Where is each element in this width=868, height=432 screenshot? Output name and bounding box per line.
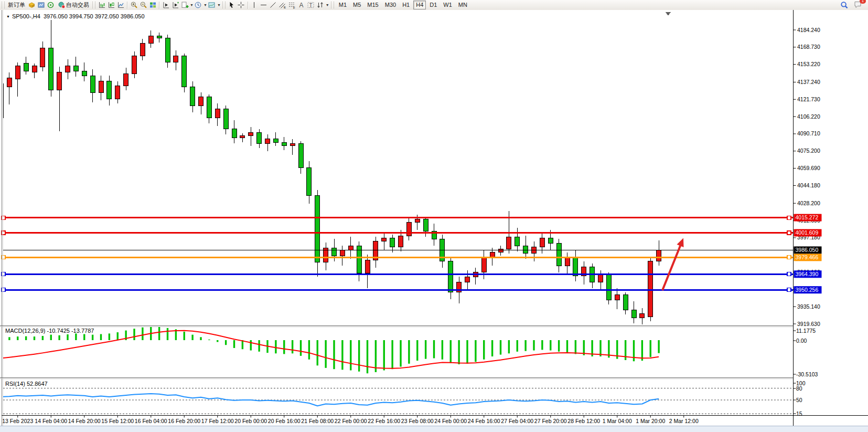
search-icon[interactable] [840,1,849,9]
toolbar: 新订单 自动交易 ▼ ▼ ▼ E F A T ▼ M1M5M15M30H1H4D… [0,0,868,10]
svg-text:27 Feb 04:00: 27 Feb 04:00 [501,418,533,424]
templates-icon[interactable] [208,1,216,9]
svg-text:0.00: 0.00 [796,338,807,344]
svg-text:4137.240: 4137.240 [797,79,820,85]
timeframe-button-M15[interactable]: M15 [365,1,381,9]
period-clock-icon[interactable] [194,1,202,9]
toolbar-separator [159,2,159,9]
text-tool-icon[interactable]: A [297,1,306,9]
svg-text:4090.710: 4090.710 [797,130,820,136]
equidistant-channel-tool-icon[interactable]: E [278,1,287,9]
svg-text:4059.690: 4059.690 [797,165,820,171]
price-tag-4015.272: 4015.272 [796,214,819,220]
svg-text:24 Feb 16:00: 24 Feb 16:00 [468,418,500,424]
svg-text:16 Feb 20:00: 16 Feb 20:00 [168,418,200,424]
text-label-tool-icon[interactable]: T [307,1,315,9]
horizontal-line-tool-icon[interactable] [260,1,268,9]
svg-text:15: 15 [796,410,802,417]
price-tag-3986.050: 3986.050 [796,247,819,253]
notification-badge: 1 [860,0,866,4]
toolbar-gripper[interactable] [2,2,5,8]
toolbar-right: 1 [840,1,868,9]
price-tag-3964.390: 3964.390 [796,271,819,277]
svg-text:4028.200: 4028.200 [797,200,820,206]
timeframe-button-MN[interactable]: MN [456,1,470,9]
zoom-out-icon[interactable] [139,1,147,9]
svg-text:F: F [293,6,295,9]
svg-text:3919.630: 3919.630 [797,321,820,327]
add-chart-caret-icon[interactable]: ▼ [190,3,194,7]
toolbar-gripper[interactable] [222,2,226,8]
svg-text:27 Feb 20:00: 27 Feb 20:00 [534,418,567,424]
arrows-caret-icon[interactable]: ▼ [326,3,329,7]
arrows-tool-icon[interactable] [316,1,325,9]
toolbar-gripper[interactable] [331,2,334,8]
svg-text:4184.240: 4184.240 [797,27,820,33]
new-order-label: 新订单 [8,1,25,9]
price-tag-3979.466: 3979.466 [796,254,819,260]
svg-text:28 Feb 12:00: 28 Feb 12:00 [567,418,600,424]
signals-icon[interactable] [46,1,55,9]
cursor-icon[interactable] [228,1,236,9]
svg-text:20 Feb 00:00: 20 Feb 00:00 [234,418,267,424]
svg-text:11.1775: 11.1775 [796,328,816,334]
svg-text:4106.220: 4106.220 [797,113,820,120]
mt4-terminal: { "toolbar": { "new_order_label": "新订单",… [0,0,868,432]
svg-text:16 Feb 04:00: 16 Feb 04:00 [135,418,167,424]
trendline-tool-icon[interactable] [269,1,277,9]
accounts-box-icon[interactable] [27,1,36,9]
auto-arrange-icon[interactable] [162,1,170,9]
svg-text:22 Feb 00:00: 22 Feb 00:00 [335,418,367,424]
bar-chart-type-icon[interactable] [98,1,106,9]
add-chart-icon[interactable] [180,1,189,9]
svg-text:20 Feb 16:00: 20 Feb 16:00 [268,418,301,424]
svg-text:22 Feb 16:00: 22 Feb 16:00 [368,418,400,424]
svg-text:17 Feb 12:00: 17 Feb 12:00 [201,418,234,424]
autotrading-label: 自动交易 [66,1,89,9]
timeframe-button-M30[interactable]: M30 [382,1,399,9]
timeframe-button-H1[interactable]: H1 [400,1,412,9]
svg-text:A: A [299,2,304,9]
svg-text:T: T [309,3,313,8]
svg-text:23 Feb 08:00: 23 Feb 08:00 [401,418,434,424]
timeframe-buttons: M1M5M15M30H1H4D1W1MN [336,1,470,9]
svg-text:4168.730: 4168.730 [797,44,820,50]
period-caret-icon[interactable]: ▼ [203,3,207,7]
timeframe-button-W1[interactable]: W1 [441,1,455,9]
timeframe-button-M5[interactable]: M5 [350,1,363,9]
toolbar-separator [127,2,127,9]
svg-text:2 Mar 12:00: 2 Mar 12:00 [669,418,699,424]
svg-text:21 Feb 08:00: 21 Feb 08:00 [301,418,334,424]
svg-text:1 Mar 20:00: 1 Mar 20:00 [636,418,665,424]
tile-windows-icon[interactable] [148,1,157,9]
vertical-line-tool-icon[interactable] [250,1,259,9]
price-chart[interactable]: 4184.2404168.7304153.2204137.2404121.730… [0,10,868,432]
svg-text:14 Feb 04:00: 14 Feb 04:00 [35,418,67,424]
svg-text:50: 50 [796,397,802,403]
templates-caret-icon[interactable]: ▼ [217,3,221,7]
svg-text:14 Feb 20:00: 14 Feb 20:00 [68,418,101,424]
line-chart-type-icon[interactable] [116,1,125,9]
autotrading-button[interactable]: 自动交易 [55,1,91,9]
fibonacci-tool-icon[interactable]: F [288,1,296,9]
svg-text:4044.180: 4044.180 [797,182,820,188]
svg-text:-30.5103: -30.5103 [796,371,818,377]
price-tag-4001.609: 4001.609 [796,229,819,236]
crosshair-icon[interactable] [237,1,245,9]
svg-text:80: 80 [796,385,802,392]
candlestick-chart-type-icon[interactable] [107,1,115,9]
arrange-windows-icon[interactable] [171,1,179,9]
zoom-in-icon[interactable] [130,1,138,9]
svg-text:4121.730: 4121.730 [797,96,820,102]
timeframe-button-M1[interactable]: M1 [336,1,349,9]
timeframe-button-H4[interactable]: H4 [413,1,426,9]
new-order-button[interactable]: 新订单 [6,1,27,9]
notifications-button[interactable]: 1 [854,1,863,9]
svg-text:13 Feb 2023: 13 Feb 2023 [2,418,33,424]
timeframe-button-D1[interactable]: D1 [427,1,440,9]
profile-charts-icon[interactable] [37,1,45,9]
autotrading-icon [57,1,66,9]
svg-text:24 Feb 00:00: 24 Feb 00:00 [434,418,467,424]
svg-text:E: E [284,6,286,9]
toolbar-gripper[interactable] [92,2,95,8]
